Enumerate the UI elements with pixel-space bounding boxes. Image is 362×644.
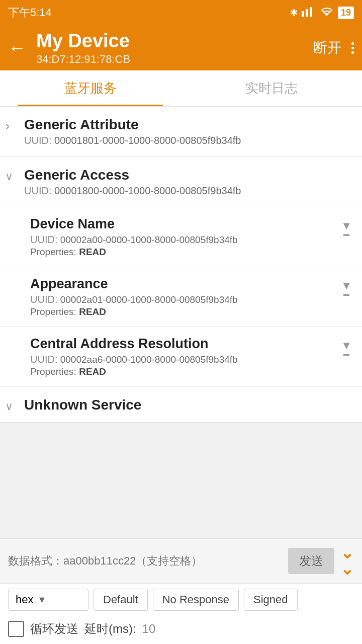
cycle-label: 循环发送 (30, 621, 78, 637)
char-info: Appearance UUID: 00002a01-0000-1000-8000… (30, 276, 336, 317)
tab-realtime-log[interactable]: 实时日志 (181, 70, 362, 106)
cycle-row: 循环发送 延时(ms): 10 (0, 616, 362, 644)
services-list: › Generic Attribute UUID: 00001801-0000-… (0, 107, 362, 518)
input-row: 发送 ⌄⌄ (0, 539, 362, 584)
service-info: Generic Attribute UUID: 00001801-0000-10… (24, 117, 241, 146)
tab-bluetooth-service[interactable]: 蓝牙服务 (0, 70, 181, 106)
chevron-down-icon: ∨ (5, 400, 19, 413)
char-uuid: UUID: 00002a00-0000-1000-8000-00805f9b34… (30, 234, 336, 246)
status-bar: 下午5:14 ✱ 19 (0, 0, 362, 25)
char-uuid: UUID: 00002aa6-0000-1000-8000-00805f9b34… (30, 354, 336, 365)
header: ← My Device 34:D7:12:91:78:CB 断开 (0, 25, 362, 70)
service-generic-access[interactable]: ∨ Generic Access UUID: 00001800-0000-100… (0, 157, 362, 207)
char-device-name: Device Name UUID: 00002a00-0000-1000-800… (0, 207, 362, 267)
download-button[interactable] (341, 276, 352, 297)
char-info: Central Address Resolution UUID: 00002aa… (30, 336, 336, 377)
back-button[interactable]: ← (8, 39, 26, 57)
dropdown-arrow-icon: ▼ (37, 595, 46, 605)
service-info: Unknown Service (24, 397, 141, 415)
service-uuid: UUID: 00001800-0000-1000-8000-00805f9b34… (24, 185, 241, 197)
option-no-response[interactable]: No Response (153, 589, 239, 611)
service-name: Unknown Service (24, 397, 141, 413)
device-title: My Device (36, 30, 313, 53)
char-name: Central Address Resolution (30, 336, 336, 352)
wifi-icon (320, 6, 334, 20)
service-unknown[interactable]: ∨ Unknown Service (0, 387, 362, 423)
download-button[interactable] (341, 216, 352, 237)
service-info: Generic Access UUID: 00001800-0000-1000-… (24, 167, 241, 197)
disconnect-button[interactable]: 断开 (313, 38, 341, 57)
char-name: Appearance (30, 276, 336, 292)
char-name: Device Name (30, 216, 336, 232)
char-central-address: Central Address Resolution UUID: 00002aa… (0, 327, 362, 387)
svg-rect-2 (310, 7, 312, 17)
header-title-block: My Device 34:D7:12:91:78:CB (36, 30, 313, 66)
cycle-checkbox[interactable] (8, 621, 24, 637)
chevron-right-icon: › (5, 118, 19, 134)
option-signed[interactable]: Signed (244, 589, 298, 611)
char-appearance: Appearance UUID: 00002a01-0000-1000-8000… (0, 267, 362, 327)
device-address: 34:D7:12:91:78:CB (36, 53, 313, 66)
battery-icon: 19 (338, 7, 354, 19)
bottom-bar: 发送 ⌄⌄ hex ▼ Default No Response Signed 循… (0, 538, 362, 644)
signal-icon (302, 6, 316, 20)
svg-rect-0 (302, 11, 304, 17)
tabs-bar: 蓝牙服务 实时日志 (0, 70, 362, 107)
bluetooth-icon: ✱ (290, 7, 298, 18)
header-actions: 断开 (313, 38, 354, 57)
status-icons: ✱ 19 (290, 6, 354, 20)
option-default[interactable]: Default (94, 589, 148, 611)
service-generic-attribute[interactable]: › Generic Attribute UUID: 00001801-0000-… (0, 107, 362, 157)
status-time: 下午5:14 (8, 5, 52, 20)
char-properties: Properties: READ (30, 366, 336, 377)
char-info: Device Name UUID: 00002a00-0000-1000-800… (30, 216, 336, 258)
char-properties: Properties: READ (30, 306, 336, 317)
format-value: hex (16, 593, 33, 606)
service-name: Generic Attribute (24, 117, 241, 133)
expand-chevron-icon[interactable]: ⌄⌄ (340, 545, 354, 577)
more-button[interactable] (351, 42, 354, 54)
send-button[interactable]: 发送 (288, 548, 334, 574)
format-select-dropdown[interactable]: hex ▼ (8, 589, 88, 611)
download-button[interactable] (341, 336, 352, 357)
delay-label: 延时(ms): (84, 621, 136, 637)
format-row: hex ▼ Default No Response Signed (0, 584, 362, 616)
service-uuid: UUID: 00001801-0000-1000-8000-00805f9b34… (24, 135, 241, 146)
delay-value: 10 (142, 622, 156, 636)
char-uuid: UUID: 00002a01-0000-1000-8000-00805f9b34… (30, 294, 336, 305)
data-input[interactable] (8, 554, 282, 568)
svg-rect-1 (306, 9, 308, 17)
service-name: Generic Access (24, 167, 241, 183)
chevron-down-icon: ∨ (5, 170, 19, 183)
char-properties: Properties: READ (30, 247, 336, 258)
